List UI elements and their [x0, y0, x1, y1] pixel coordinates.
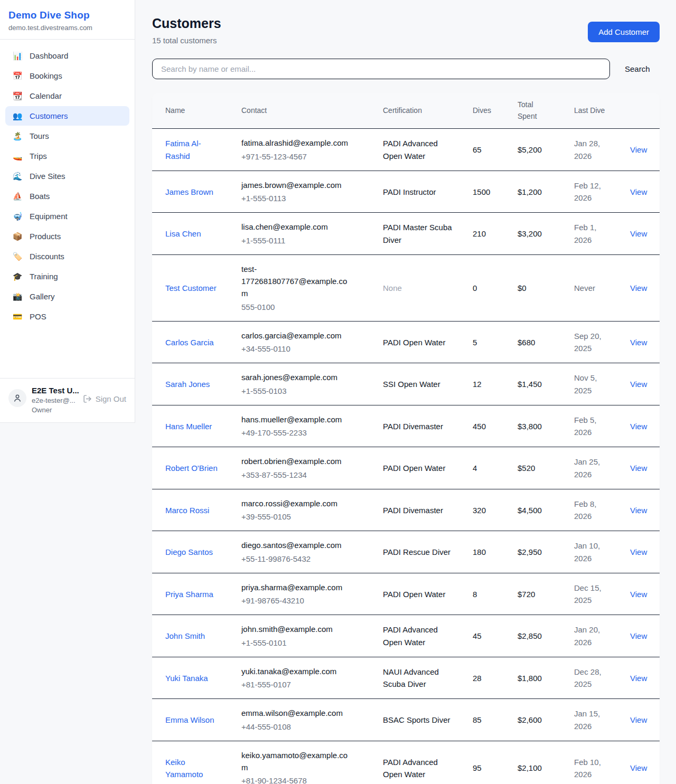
- view-link[interactable]: View: [630, 464, 647, 473]
- calendar-icon: 📅: [12, 72, 23, 80]
- customer-name-link[interactable]: Fatima Al-Rashid: [165, 137, 223, 162]
- sidebar: Demo Dive Shop demo.test.divestreams.com…: [0, 0, 135, 423]
- view-link[interactable]: View: [630, 229, 647, 238]
- customer-name-link[interactable]: James Brown: [165, 186, 213, 198]
- column-header: Total Spent: [505, 93, 561, 128]
- total-spent-cell: $3,200: [505, 220, 561, 248]
- view-link[interactable]: View: [630, 547, 647, 556]
- view-link[interactable]: View: [630, 187, 647, 196]
- sidebar-item-customers[interactable]: 👥Customers: [5, 106, 129, 126]
- sidebar-item-label: Trips: [30, 152, 47, 160]
- sidebar-item-label: Calendar: [30, 91, 62, 100]
- customer-phone: +44-555-0108: [241, 721, 349, 733]
- sidebar-item-label: Customers: [30, 111, 68, 120]
- customer-phone: +91-98765-43210: [241, 594, 349, 607]
- customer-name-link[interactable]: Marco Rossi: [165, 504, 209, 516]
- view-link[interactable]: View: [630, 763, 647, 772]
- table-row: Carlos Garcia carlos.garcia@example.com …: [152, 322, 660, 364]
- add-customer-button[interactable]: Add Customer: [588, 22, 660, 42]
- view-link[interactable]: View: [630, 590, 647, 599]
- view-link[interactable]: View: [630, 715, 647, 724]
- customer-phone: +353-87-555-1234: [241, 469, 349, 481]
- contact-cell: john.smith@example.com +1-555-0101: [229, 615, 370, 657]
- dives-cell: 45: [460, 622, 505, 650]
- last-dive-cell: Dec 15, 2025: [561, 574, 617, 615]
- search-button[interactable]: Search: [625, 64, 650, 73]
- sidebar-item-calendar[interactable]: 📆Calendar: [5, 86, 129, 106]
- customer-email: diego.santos@example.com: [241, 539, 349, 551]
- sidebar-item-dive-sites[interactable]: 🌊Dive Sites: [5, 166, 129, 186]
- customer-name-link[interactable]: Keiko Yamamoto: [165, 756, 223, 781]
- view-link[interactable]: View: [630, 631, 647, 640]
- speedboat-icon: 🚤: [12, 152, 23, 160]
- user-name: E2E Test U...: [32, 386, 78, 395]
- certification-cell: NAUI Advanced Scuba Diver: [370, 658, 460, 698]
- last-dive-cell: Jan 20, 2026: [561, 616, 617, 656]
- view-link[interactable]: View: [630, 338, 647, 347]
- total-spent-cell: $1,450: [505, 370, 561, 398]
- last-dive-cell: Jan 25, 2026: [561, 448, 617, 488]
- sidebar-item-equipment[interactable]: 🤿Equipment: [5, 206, 129, 226]
- last-dive-cell: Feb 8, 2026: [561, 490, 617, 531]
- customer-name-link[interactable]: Lisa Chen: [165, 228, 201, 240]
- sidebar-item-pos[interactable]: 💳POS: [5, 307, 129, 326]
- customer-name-link[interactable]: Priya Sharma: [165, 588, 213, 600]
- certification-cell: BSAC Sports Diver: [370, 706, 460, 734]
- customer-name-link[interactable]: John Smith: [165, 630, 205, 642]
- certification-cell: PADI Open Water: [370, 580, 460, 608]
- user-icon: [13, 393, 22, 403]
- table-row: Fatima Al-Rashid fatima.alrashid@example…: [152, 129, 660, 171]
- sidebar-item-bookings[interactable]: 📅Bookings: [5, 66, 129, 86]
- sidebar-item-products[interactable]: 📦Products: [5, 226, 129, 246]
- sidebar-item-trips[interactable]: 🚤Trips: [5, 146, 129, 166]
- dives-cell: 0: [460, 274, 505, 302]
- customer-name-link[interactable]: Sarah Jones: [165, 378, 210, 390]
- customer-name-link[interactable]: Hans Mueller: [165, 420, 212, 432]
- view-link[interactable]: View: [630, 422, 647, 431]
- table-row: John Smith john.smith@example.com +1-555…: [152, 615, 660, 657]
- sidebar-item-tours[interactable]: 🏝️Tours: [5, 126, 129, 146]
- certification-cell: PADI Master Scuba Diver: [370, 213, 460, 254]
- certification-cell: PADI Divemaster: [370, 412, 460, 440]
- customer-phone: 555-0100: [241, 301, 349, 313]
- customer-name-link[interactable]: Carlos Garcia: [165, 336, 214, 348]
- dives-cell: 450: [460, 412, 505, 440]
- view-link[interactable]: View: [630, 506, 647, 515]
- customer-phone: +1-555-0111: [241, 234, 349, 247]
- user-email: e2e-tester@...: [32, 396, 78, 404]
- dives-cell: 210: [460, 220, 505, 248]
- contact-cell: yuki.tanaka@example.com +81-555-0107: [229, 657, 370, 699]
- contact-cell: fatima.alrashid@example.com +971-55-123-…: [229, 129, 370, 171]
- sidebar-item-dashboard[interactable]: 📊Dashboard: [5, 46, 129, 65]
- credit-card-icon: 💳: [12, 313, 23, 320]
- certification-cell: PADI Rescue Diver: [370, 538, 460, 566]
- dives-cell: 85: [460, 706, 505, 734]
- contact-cell: carlos.garcia@example.com +34-555-0110: [229, 322, 370, 363]
- table-row: Diego Santos diego.santos@example.com +5…: [152, 531, 660, 573]
- sidebar-item-label: Bookings: [30, 71, 62, 80]
- package-icon: 📦: [12, 232, 23, 240]
- island-icon: 🏝️: [12, 132, 23, 140]
- sidebar-item-discounts[interactable]: 🏷️Discounts: [5, 247, 129, 266]
- customer-name-link[interactable]: Emma Wilson: [165, 714, 214, 726]
- view-link[interactable]: View: [630, 145, 647, 154]
- customer-name-link[interactable]: Diego Santos: [165, 546, 213, 558]
- table-row: Yuki Tanaka yuki.tanaka@example.com +81-…: [152, 657, 660, 700]
- sidebar-item-gallery[interactable]: 📸Gallery: [5, 287, 129, 306]
- customer-email: yuki.tanaka@example.com: [241, 665, 349, 677]
- customer-name-link[interactable]: Test Customer: [165, 282, 217, 294]
- view-link[interactable]: View: [630, 674, 647, 683]
- customer-name-link[interactable]: Robert O'Brien: [165, 462, 218, 474]
- contact-cell: priya.sharma@example.com +91-98765-43210: [229, 573, 370, 615]
- view-link[interactable]: View: [630, 380, 647, 389]
- customer-email: lisa.chen@example.com: [241, 221, 349, 233]
- customer-name-link[interactable]: Yuki Tanaka: [165, 672, 208, 684]
- customer-count: 15 total customers: [152, 36, 221, 45]
- sign-out-button[interactable]: Sign Out: [83, 394, 126, 403]
- sidebar-item-boats[interactable]: ⛵Boats: [5, 186, 129, 206]
- total-spent-cell: $2,100: [505, 754, 561, 782]
- sidebar-item-training[interactable]: 🎓Training: [5, 267, 129, 286]
- sidebar-item-label: Equipment: [30, 212, 68, 221]
- view-link[interactable]: View: [630, 284, 647, 292]
- search-input[interactable]: [152, 59, 610, 79]
